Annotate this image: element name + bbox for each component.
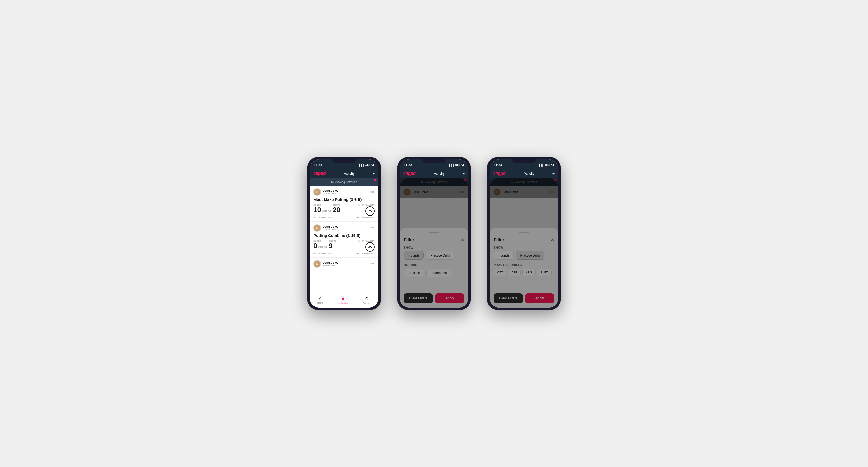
apply-btn-2[interactable]: Apply — [435, 293, 464, 303]
status-icons-3: ▐▐▐ WiFi 51 — [538, 164, 554, 166]
capture-icon-1: ⊕ — [365, 296, 368, 301]
arg-btn-3[interactable]: ARG — [522, 269, 535, 276]
logo-3: clippd — [493, 171, 506, 176]
tournament-btn-2[interactable]: Tournament — [426, 269, 452, 277]
practice-btn-2[interactable]: Practice — [404, 269, 424, 277]
activity-card-2: JC Josh Coles 28 Feb 2023 ••• Putting Co… — [310, 222, 378, 257]
avatar-2: JC — [313, 224, 321, 232]
more-btn-3[interactable]: ••• — [370, 262, 375, 266]
viewing-bar-text-1: ⊞ Viewing Activities — [331, 180, 357, 184]
activities-label-1: Activities — [338, 302, 348, 304]
home-label-1: Home — [317, 302, 323, 304]
card-footer-1: ⓘ Test Information Data: Clippd Capture — [313, 216, 375, 219]
time-1: 11:33 — [314, 163, 322, 167]
app-header-1: clippd Activity ≡ — [310, 169, 378, 178]
nav-home-1[interactable]: ⌂ Home — [317, 296, 323, 304]
close-btn-2[interactable]: ✕ — [461, 237, 464, 242]
wifi-icon-2: WiFi — [455, 164, 460, 166]
signal-icon-2: ▐▐▐ — [448, 164, 454, 166]
phone-2: 11:33 ▐▐▐ WiFi 51 clippd Activity ≡ ⊞ — [397, 157, 471, 310]
outof-1: OUT OF — [322, 210, 331, 213]
drill-tags-3: OTT APP ARG PUTT — [494, 269, 554, 276]
filter-footer-2: Clear Filters Apply — [404, 289, 464, 303]
header-title-3: Activity — [524, 172, 534, 176]
activity-list-1: JC Josh Coles 28 Feb 2023 ••• Must Make … — [310, 186, 378, 294]
filter-title-3: Filter — [494, 238, 504, 242]
rounds-label-2: Rounds — [404, 263, 464, 267]
filter-overlay-2: Filter ✕ Show Rounds Practice Drills Rou… — [400, 178, 468, 308]
logo-1: clippd — [313, 171, 326, 176]
filter-footer-3: Clear Filters Apply — [494, 289, 554, 303]
shots-value-2: 9 — [329, 242, 333, 250]
clear-btn-3[interactable]: Clear Filters — [494, 293, 523, 303]
sq-label-1: Shot Quality — [359, 204, 375, 206]
battery-icon-2: 51 — [461, 164, 464, 166]
wifi-icon-1: WiFi — [365, 164, 370, 166]
info-icon-1: ⓘ — [313, 216, 315, 219]
notch-3 — [512, 157, 536, 163]
shots-value-1: 20 — [333, 206, 340, 214]
ott-btn-3[interactable]: OTT — [494, 269, 506, 276]
filter-sheet-2: Filter ✕ Show Rounds Practice Drills Rou… — [400, 228, 468, 308]
logo-2: clippd — [403, 171, 416, 176]
user-info-2: JC Josh Coles 28 Feb 2023 — [313, 224, 339, 232]
viewing-bar-1[interactable]: ⊞ Viewing Activities — [310, 178, 378, 186]
home-icon-1: ⌂ — [319, 296, 321, 301]
activity-title-1: Must Make Putting (3-6 ft) — [313, 197, 375, 202]
bottom-nav-1: ⌂ Home ♟ Activities ⊕ Capture — [310, 294, 378, 308]
user-name-1: Josh Coles — [323, 189, 339, 192]
capture-label-1: Capture — [363, 302, 371, 304]
putt-btn-3[interactable]: PUTT — [537, 269, 552, 276]
show-buttons-3: Rounds Practice Drills — [494, 251, 554, 260]
user-date-3: 28 Feb 2023 — [323, 264, 339, 267]
close-btn-3[interactable]: ✕ — [551, 237, 554, 242]
drills-show-btn-2[interactable]: Practice Drills — [426, 251, 454, 260]
card-header-1: JC Josh Coles 28 Feb 2023 ••• — [313, 188, 375, 196]
battery-icon-1: 51 — [371, 164, 374, 166]
nav-capture-1[interactable]: ⊕ Capture — [363, 296, 371, 304]
user-info-3: JC Josh Coles 28 Feb 2023 — [313, 260, 339, 268]
sq-badge-1: 75 — [365, 206, 375, 216]
menu-btn-1[interactable]: ≡ — [373, 172, 375, 176]
filter-header-3: Filter ✕ — [494, 237, 554, 242]
activity-card-3: JC Josh Coles 28 Feb 2023 ••• — [310, 257, 378, 272]
apply-btn-3[interactable]: Apply — [525, 293, 554, 303]
more-btn-2[interactable]: ••• — [370, 226, 375, 230]
more-btn-1[interactable]: ••• — [370, 190, 375, 194]
filter-title-2: Filter — [404, 238, 414, 242]
filter-sheet-3: Filter ✕ Show Rounds Practice Drills Pra… — [490, 228, 558, 308]
outof-2: OUT OF — [318, 246, 327, 249]
avatar-1: JC — [313, 188, 321, 196]
time-2: 11:33 — [404, 163, 412, 167]
show-label-2: Show — [404, 246, 464, 249]
header-title-1: Activity — [344, 172, 355, 176]
info-icon-2: ⓘ — [313, 252, 315, 255]
activities-icon-1: ♟ — [341, 296, 345, 301]
notch-1 — [332, 157, 356, 163]
card-header-3: JC Josh Coles 28 Feb 2023 ••• — [313, 260, 375, 268]
rounds-show-btn-3[interactable]: Rounds — [494, 251, 514, 260]
data-label-2: Data: Clippd Capture — [355, 252, 375, 254]
activity-card-1: JC Josh Coles 28 Feb 2023 ••• Must Make … — [310, 186, 378, 222]
menu-btn-3[interactable]: ≡ — [553, 172, 555, 176]
filter-overlay-3: Filter ✕ Show Rounds Practice Drills Pra… — [490, 178, 558, 308]
drills-show-btn-3[interactable]: Practice Drills — [516, 251, 544, 260]
show-label-3: Show — [494, 246, 554, 249]
app-btn-3[interactable]: APP — [508, 269, 521, 276]
show-buttons-2: Rounds Practice Drills — [404, 251, 464, 260]
drills-label-3: Practice Drills — [494, 263, 554, 267]
sq-label-2: Shot Quality — [359, 240, 375, 242]
rounds-show-btn-2[interactable]: Rounds — [404, 251, 424, 260]
test-info-2: ⓘ Test Information — [313, 252, 332, 255]
clear-btn-2[interactable]: Clear Filters — [404, 293, 433, 303]
screen-2: 11:33 ▐▐▐ WiFi 51 clippd Activity ≡ ⊞ — [400, 159, 468, 308]
nav-activities-1[interactable]: ♟ Activities — [338, 296, 348, 304]
user-info-1: JC Josh Coles 28 Feb 2023 — [313, 188, 339, 196]
notch-2 — [422, 157, 446, 163]
signal-icon-3: ▐▐▐ — [538, 164, 544, 166]
user-date-2: 28 Feb 2023 — [323, 228, 339, 231]
menu-btn-2[interactable]: ≡ — [463, 172, 465, 176]
phone-3: 11:33 ▐▐▐ WiFi 51 clippd Activity ≡ ⊞ — [487, 157, 561, 310]
signal-icon-1: ▐▐▐ — [358, 164, 364, 166]
screen-3: 11:33 ▐▐▐ WiFi 51 clippd Activity ≡ ⊞ — [490, 159, 558, 308]
